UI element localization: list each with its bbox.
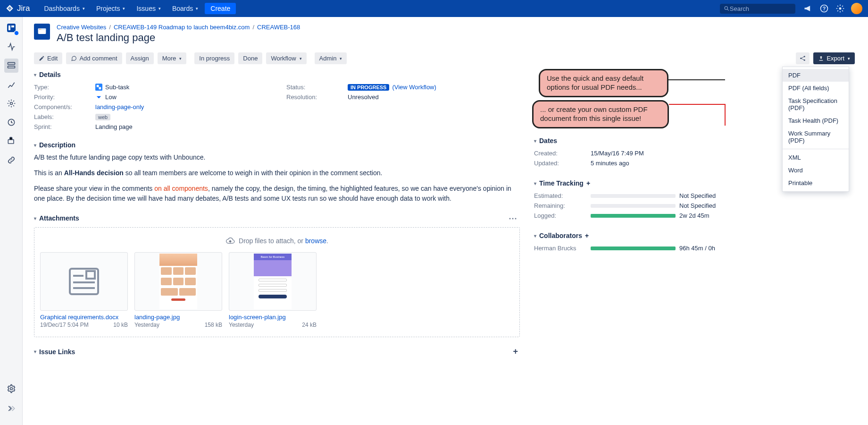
attachments-menu-icon[interactable]: ⋯ — [506, 213, 520, 223]
attachment-size: 158 kB — [205, 322, 222, 328]
labels-label: Labels: — [34, 113, 95, 120]
description-header[interactable]: ▾Description — [34, 141, 520, 149]
nav-projects[interactable]: Projects▾ — [92, 3, 130, 14]
nav-dashboards[interactable]: Dashboards▾ — [39, 3, 90, 14]
details-header[interactable]: ▾Details — [34, 71, 520, 78]
labels-value[interactable]: web — [95, 114, 110, 120]
export-menu: PDF PDF (All fields) Task Specification … — [782, 67, 849, 192]
nav-issues[interactable]: Issues▾ — [132, 3, 165, 14]
status-label: Status: — [286, 84, 348, 91]
attachment-card[interactable]: landing-page.jpg Yesterday158 kB — [134, 252, 222, 328]
collaborator-name: Herman Brucks — [534, 245, 591, 252]
annotation-line — [725, 104, 726, 126]
export-pdf[interactable]: PDF — [783, 69, 849, 82]
rail-releases-icon[interactable] — [4, 134, 18, 148]
created-value: 15/May/16 7:49 PM — [591, 150, 765, 157]
attachment-date: Yesterday — [229, 322, 254, 328]
rail-activity-icon[interactable] — [4, 40, 18, 54]
issue-title: A/B test landing page — [57, 32, 300, 44]
svg-point-8 — [14, 31, 19, 35]
export-task-health[interactable]: Task Health (PDF) — [783, 114, 849, 127]
rail-gear-icon[interactable] — [4, 382, 18, 396]
svg-text:?: ? — [823, 6, 826, 11]
attachment-dropzone[interactable]: Drop files to attach, or browse. Graphic… — [34, 227, 520, 337]
admin-button[interactable]: Admin▾ — [315, 52, 347, 64]
attachment-name: login-screen-plan.jpg — [229, 314, 317, 321]
svg-point-4 — [839, 8, 842, 10]
components-value[interactable]: landing-page-only — [95, 103, 144, 110]
search-input[interactable] — [730, 5, 792, 12]
svg-rect-13 — [8, 140, 14, 144]
sprint-label: Sprint: — [34, 123, 95, 130]
workflow-button[interactable]: Workflow▾ — [266, 52, 306, 64]
issue-links-header[interactable]: ▾Issue Links+ — [34, 347, 520, 357]
attachment-card[interactable]: Graphical requirements.docx 19/Dec/17 5:… — [40, 252, 128, 328]
attachment-size: 10 kB — [113, 322, 128, 328]
done-button[interactable]: Done — [238, 52, 262, 64]
project-avatar — [34, 24, 50, 40]
svg-rect-10 — [8, 66, 15, 68]
jira-logo[interactable]: Jira — [6, 4, 30, 13]
export-xml[interactable]: XML — [783, 151, 849, 164]
svg-point-20 — [804, 56, 805, 57]
description-body: A/B test the future landing page copy te… — [34, 153, 520, 204]
progress-bar — [591, 204, 676, 208]
rail-board-icon[interactable] — [4, 21, 18, 35]
svg-point-18 — [41, 29, 42, 30]
type-value: Sub-task — [105, 84, 129, 91]
rail-recent-icon[interactable] — [4, 115, 18, 129]
top-nav: Jira Dashboards▾ Projects▾ Issues▾ Board… — [0, 0, 868, 17]
export-work-summary[interactable]: Work Summary (PDF) — [783, 127, 849, 147]
export-button[interactable]: Export▾ PDF PDF (All fields) Task Specif… — [813, 52, 855, 64]
estimated-label: Estimated: — [534, 192, 591, 199]
svg-rect-7 — [11, 26, 14, 27]
breadcrumb-project[interactable]: Creative Websites — [57, 24, 106, 31]
more-button[interactable]: More▾ — [158, 52, 187, 64]
nav-boards[interactable]: Boards▾ — [167, 3, 203, 14]
time-tracking-header[interactable]: ▾Time Tracking+ — [534, 179, 765, 187]
search-icon — [724, 5, 730, 12]
edit-button[interactable]: Edit — [34, 52, 62, 64]
add-collaborator-button[interactable]: + — [585, 232, 589, 239]
priority-low-icon — [95, 94, 102, 101]
attachment-card[interactable]: Beem for Business login-screen-plan.jpg … — [229, 252, 317, 328]
attachments-header[interactable]: ▾Attachments⋯ — [34, 213, 520, 223]
share-button[interactable] — [796, 52, 810, 64]
export-task-spec[interactable]: Task Specification (PDF) — [783, 94, 849, 114]
svg-point-21 — [804, 60, 805, 61]
collaborators-header[interactable]: ▾Collaborators+ — [534, 232, 765, 239]
jira-logo-icon — [6, 4, 14, 13]
global-search[interactable] — [720, 4, 795, 14]
add-link-button[interactable]: + — [511, 347, 520, 357]
priority-label: Priority: — [34, 94, 95, 101]
help-icon[interactable]: ? — [819, 3, 829, 14]
progress-bar — [591, 246, 676, 250]
settings-icon[interactable] — [835, 3, 845, 14]
export-printable[interactable]: Printable — [783, 177, 849, 189]
chevron-down-icon: ▾ — [534, 181, 536, 186]
attachment-name: Graphical requirements.docx — [40, 314, 128, 321]
rail-link-icon[interactable] — [4, 153, 18, 167]
feedback-icon[interactable] — [803, 3, 813, 14]
export-pdf-all[interactable]: PDF (All fields) — [783, 82, 849, 94]
in-progress-button[interactable]: In progress — [194, 52, 234, 64]
attachment-date: 19/Dec/17 5:04 PM — [40, 322, 89, 328]
breadcrumb-key[interactable]: CREAWEB-168 — [257, 24, 300, 31]
browse-link[interactable]: browse — [305, 237, 326, 245]
user-avatar[interactable] — [851, 3, 862, 14]
assign-button[interactable]: Assign — [126, 52, 154, 64]
rail-settings-icon[interactable] — [4, 96, 18, 110]
chevron-down-icon: ▾ — [534, 138, 536, 144]
dates-header[interactable]: ▾Dates — [534, 137, 765, 144]
created-label: Created: — [534, 150, 591, 157]
add-time-button[interactable]: + — [586, 179, 590, 187]
rail-expand-icon[interactable] — [4, 401, 18, 416]
breadcrumb-parent[interactable]: CREAWEB-149 Roadmap to lauch beem4biz.co… — [114, 24, 250, 31]
rail-backlog-icon[interactable] — [4, 59, 18, 73]
create-button[interactable]: Create — [205, 3, 236, 14]
export-word[interactable]: Word — [783, 164, 849, 177]
svg-point-14 — [10, 388, 12, 390]
add-comment-button[interactable]: Add comment — [66, 52, 122, 64]
rail-reports-icon[interactable] — [4, 77, 18, 92]
view-workflow-link[interactable]: (View Workflow) — [392, 84, 436, 91]
